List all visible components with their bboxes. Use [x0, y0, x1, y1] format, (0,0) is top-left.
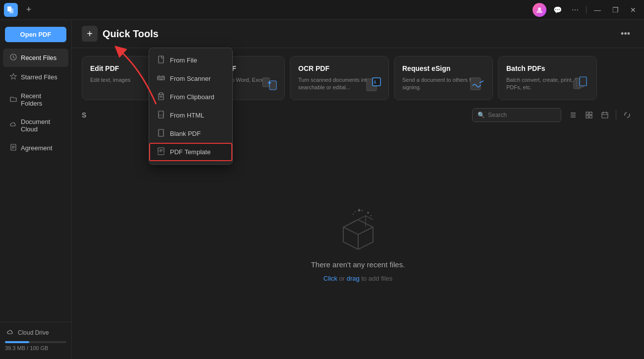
dropdown-from-file[interactable]: From File — [149, 51, 232, 69]
tool-card-batch[interactable]: Batch PDFs Batch convert, create, print,… — [498, 56, 597, 100]
minimize-button[interactable]: — — [590, 3, 604, 17]
storage-fill — [5, 341, 29, 343]
pdf-template-icon — [157, 147, 165, 157]
header-more-button[interactable]: ••• — [617, 27, 634, 41]
sidebar-label-folders: Recent Folders — [21, 92, 61, 107]
from-html-icon: </> — [157, 111, 165, 120]
from-clipboard-icon — [157, 92, 165, 102]
view-buttons — [566, 108, 634, 122]
cloud-drive-label: Cloud Drive — [18, 329, 49, 336]
svg-point-40 — [355, 211, 356, 212]
svg-marker-4 — [10, 73, 17, 79]
from-clipboard-label: From Clipboard — [170, 93, 215, 101]
dropdown-pdf-template[interactable]: PDF Template — [149, 143, 232, 161]
from-html-label: From HTML — [170, 112, 204, 119]
maximize-button[interactable]: ❐ — [608, 3, 622, 17]
tool-card-ocr[interactable]: OCR PDF Turn scanned documents into sear… — [290, 56, 389, 100]
dropdown-from-scanner[interactable]: From Scanner — [149, 69, 232, 88]
empty-state-title: There aren't any recent files. — [311, 260, 405, 269]
loading-button[interactable] — [620, 108, 634, 122]
sidebar-bottom: Cloud Drive 39.3 MB / 100 GB — [0, 322, 71, 355]
cloud-icon — [10, 121, 17, 130]
svg-rect-11 — [269, 81, 276, 90]
sidebar-item-starred-files[interactable]: Starred Files — [3, 68, 68, 86]
sidebar-label-cloud: Document Cloud — [21, 118, 61, 133]
svg-rect-46 — [160, 93, 162, 95]
drag-link[interactable]: drag — [347, 275, 360, 282]
sidebar-item-agreement[interactable]: Agreement — [3, 139, 68, 157]
recent-files-icon — [10, 54, 17, 62]
empty-state-subtitle: Click or drag to add files — [323, 275, 393, 282]
dropdown-from-clipboard[interactable]: From Clipboard — [149, 88, 232, 106]
svg-rect-23 — [586, 112, 589, 115]
svg-point-31 — [625, 113, 630, 118]
svg-rect-51 — [159, 129, 163, 136]
svg-text:A: A — [374, 80, 376, 85]
open-pdf-button[interactable]: Open PDF — [5, 27, 66, 42]
svg-rect-41 — [159, 56, 163, 63]
close-button[interactable]: ✕ — [626, 3, 640, 17]
from-file-label: From File — [170, 57, 197, 64]
chat-button[interactable]: 💬 — [550, 3, 564, 17]
storage-text: 39.3 MB / 100 GB — [5, 345, 66, 351]
empty-box-icon — [333, 205, 383, 254]
cloud-drive-item[interactable]: Cloud Drive — [5, 326, 66, 339]
sidebar-label-recent: Recent Files — [21, 54, 56, 61]
calendar-view-button[interactable] — [598, 108, 612, 122]
dropdown-menu: From File From Scanner From Clipboard </… — [149, 48, 233, 165]
sidebar-item-document-cloud[interactable]: Document Cloud — [3, 113, 68, 138]
add-button[interactable]: + — [82, 26, 98, 42]
main-layout: Open PDF Recent Files Starred Files Rece… — [0, 20, 644, 359]
more-options-button[interactable]: ⋯ — [568, 3, 582, 17]
title-bar-left: + — [4, 3, 36, 17]
title-divider — [586, 6, 587, 14]
list-view-button[interactable] — [566, 108, 580, 122]
svg-rect-1 — [9, 8, 13, 13]
sidebar-item-recent-folders[interactable]: Recent Folders — [3, 87, 68, 112]
storage-bar — [5, 341, 66, 343]
svg-rect-43 — [159, 77, 163, 79]
svg-point-38 — [362, 210, 363, 211]
from-scanner-label: From Scanner — [170, 75, 211, 82]
sidebar: Open PDF Recent Files Starred Files Rece… — [0, 20, 72, 359]
sidebar-label-agreement: Agreement — [21, 144, 53, 152]
from-scanner-icon — [157, 74, 165, 83]
svg-rect-56 — [158, 152, 164, 154]
folder-icon — [10, 96, 17, 104]
content-header: + Quick Tools ••• — [72, 20, 644, 48]
content-area: + Quick Tools ••• Edit PDF Edit text, im… — [72, 20, 644, 359]
title-bar-right: 💬 ⋯ — ❐ ✕ — [533, 3, 640, 17]
search-box[interactable]: 🔍 — [472, 108, 561, 122]
click-link[interactable]: Click — [323, 275, 337, 282]
starred-icon — [10, 73, 17, 81]
svg-rect-10 — [263, 78, 269, 87]
app-icon — [4, 3, 18, 17]
svg-point-39 — [371, 215, 372, 216]
blank-pdf-icon — [157, 129, 165, 138]
tool-card-ocr-title: OCR PDF — [298, 64, 380, 72]
svg-rect-15 — [471, 78, 481, 90]
svg-rect-26 — [590, 116, 592, 118]
user-avatar[interactable] — [533, 3, 546, 17]
svg-rect-25 — [586, 116, 589, 118]
svg-text:</>: </> — [159, 114, 163, 117]
page-title: Quick Tools — [103, 28, 159, 40]
sidebar-item-recent-files[interactable]: Recent Files — [3, 49, 68, 67]
tab-add-button[interactable]: + — [22, 3, 36, 17]
dropdown-from-html[interactable]: </> From HTML — [149, 106, 232, 124]
svg-rect-19 — [580, 77, 587, 86]
sidebar-label-starred: Starred Files — [21, 73, 57, 81]
tool-card-batch-title: Batch PDFs — [506, 64, 589, 72]
files-section-title: S — [82, 111, 467, 119]
search-input[interactable] — [488, 112, 556, 119]
blank-pdf-label: Blank PDF — [170, 130, 201, 137]
title-bar: + 💬 ⋯ — ❐ ✕ — [0, 0, 644, 20]
search-icon: 🔍 — [478, 112, 485, 119]
tool-card-esign[interactable]: Request eSign Send a document to others … — [394, 56, 493, 100]
from-file-icon — [157, 56, 165, 65]
svg-rect-24 — [590, 112, 592, 115]
svg-rect-27 — [602, 113, 608, 118]
pdf-template-label: PDF Template — [170, 148, 211, 156]
grid-view-button[interactable] — [582, 108, 596, 122]
dropdown-blank-pdf[interactable]: Blank PDF — [149, 124, 232, 143]
